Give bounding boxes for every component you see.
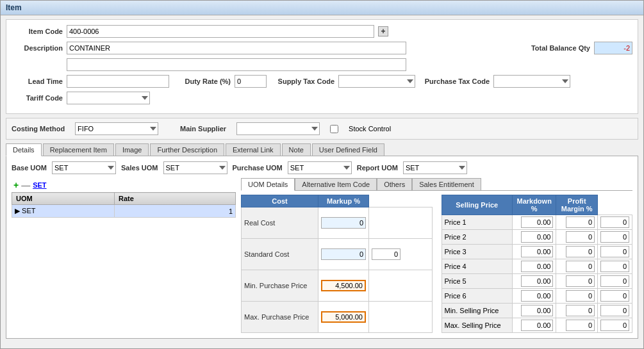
inner-tab-uom-details[interactable]: UOM Details <box>241 178 295 191</box>
plus-icon[interactable]: + <box>13 180 19 190</box>
profit-cell <box>598 230 632 245</box>
expand-icon[interactable]: ▶ <box>15 207 20 215</box>
markdown-input[interactable] <box>566 275 595 287</box>
tariff-code-row: Tariff Code <box>12 92 632 104</box>
cost-row-label: Min. Purchase Price <box>242 270 318 302</box>
profit-input[interactable] <box>600 320 629 331</box>
profit-input[interactable] <box>600 246 629 257</box>
tab-further-description[interactable]: Further Description <box>150 143 224 156</box>
item-code-input[interactable] <box>67 25 374 38</box>
uom-table-row[interactable]: ▶ SET <box>12 205 236 218</box>
description-row: Description Total Balance Qty <box>12 42 632 54</box>
main-supplier-label: Main Supplier <box>169 125 226 133</box>
lead-time-input[interactable] <box>67 75 169 88</box>
price-value-cell <box>512 318 556 333</box>
price-input[interactable] <box>521 290 553 302</box>
profit-margin-header: Profit Margin % <box>556 195 598 215</box>
price-input[interactable] <box>521 305 553 316</box>
markdown-cell <box>556 230 598 245</box>
profit-input[interactable] <box>600 290 629 302</box>
markdown-input[interactable] <box>566 231 595 243</box>
price-input[interactable] <box>521 275 553 287</box>
purchase-tax-code-label: Purchase Tax Code <box>419 77 490 85</box>
tab-note[interactable]: Note <box>282 143 311 156</box>
costing-method-select[interactable]: FIFO <box>75 122 158 135</box>
inner-tab-alternative-item-code[interactable]: Alternative Item Code <box>295 178 377 190</box>
tab-user-defined-field[interactable]: User Defined Field <box>312 143 384 156</box>
cost-row-label: Standard Cost <box>242 239 318 270</box>
profit-input[interactable] <box>600 231 629 243</box>
sales-uom-select[interactable]: SET <box>163 161 227 174</box>
rate-col-header: Rate <box>114 193 235 205</box>
price-table-row: Price 4 <box>442 259 632 274</box>
cost-price-grid: Cost Markup % Real Cost Standard Cost <box>241 195 632 333</box>
stock-control-checkbox[interactable] <box>330 125 338 133</box>
purchase-tax-code-select[interactable] <box>493 75 570 88</box>
profit-input[interactable] <box>600 216 629 228</box>
markup-cell <box>369 239 433 270</box>
profit-cell <box>598 304 632 318</box>
price-input[interactable] <box>521 261 553 272</box>
tab-details[interactable]: Details <box>6 143 42 156</box>
duty-rate-label: Duty Rate (%) <box>173 77 231 85</box>
markdown-input[interactable] <box>566 290 595 302</box>
profit-input[interactable] <box>600 275 629 287</box>
lead-time-label: Lead Time <box>12 77 63 85</box>
price-table-row: Min. Selling Price <box>442 304 632 318</box>
price-row-label: Price 2 <box>442 230 512 245</box>
price-input[interactable] <box>521 231 553 243</box>
markdown-input[interactable] <box>566 305 595 316</box>
price-table: Selling Price Markdown % Profit Margin %… <box>442 195 633 333</box>
markup-input[interactable] <box>372 248 400 260</box>
total-balance-qty-input[interactable] <box>594 42 632 54</box>
main-tabs: Details Replacement Item Image Further D… <box>6 143 638 156</box>
price-row-label: Max. Selling Price <box>442 318 512 333</box>
extra-description-input[interactable] <box>67 58 406 71</box>
price-row-label: Price 5 <box>442 274 512 289</box>
profit-cell <box>598 289 632 304</box>
inner-tab-sales-entitlement[interactable]: Sales Entitlement <box>412 178 481 190</box>
duty-rate-input[interactable] <box>235 75 267 88</box>
tariff-code-select[interactable] <box>67 92 150 104</box>
cost-value-input[interactable] <box>321 248 366 260</box>
description-input[interactable] <box>67 42 406 54</box>
item-form-section: Item Code + Description Total Balance Qt… <box>6 19 638 114</box>
price-row-label: Price 6 <box>442 289 512 304</box>
minus-icon[interactable]: — <box>21 180 30 190</box>
markdown-cell <box>556 215 598 230</box>
rate-input[interactable] <box>207 207 233 215</box>
markdown-input[interactable] <box>566 320 595 331</box>
price-value-cell <box>512 274 556 289</box>
markdown-cell <box>556 245 598 259</box>
tab-external-link[interactable]: External Link <box>226 143 281 156</box>
price-input[interactable] <box>521 216 553 228</box>
tab-replacement-item[interactable]: Replacement Item <box>43 143 114 156</box>
price-input[interactable] <box>521 320 553 331</box>
markdown-input[interactable] <box>566 246 595 257</box>
profit-cell <box>598 274 632 289</box>
markdown-input[interactable] <box>566 261 595 272</box>
cost-row-label: Real Cost <box>242 207 318 239</box>
price-table-row: Price 6 <box>442 289 632 304</box>
cost-value-input[interactable] <box>321 311 366 323</box>
markdown-input[interactable] <box>566 216 595 228</box>
profit-input[interactable] <box>600 305 629 316</box>
purchase-uom-select[interactable]: SET <box>288 161 352 174</box>
item-code-add-button[interactable]: + <box>378 26 388 37</box>
inner-tab-others[interactable]: Others <box>377 178 412 190</box>
markup-header: Markup % <box>318 195 369 207</box>
report-uom-select[interactable]: SET <box>403 161 467 174</box>
uom-tree-title[interactable]: SET <box>33 181 46 189</box>
uom-table: UOM Rate ▶ SET <box>12 192 236 218</box>
base-uom-select[interactable]: SET <box>52 161 116 174</box>
tab-image[interactable]: Image <box>115 143 149 156</box>
markdown-cell <box>556 259 598 274</box>
profit-input[interactable] <box>600 261 629 272</box>
supply-tax-code-select[interactable] <box>338 75 415 88</box>
profit-cell <box>598 259 632 274</box>
price-input[interactable] <box>521 246 553 257</box>
main-supplier-select[interactable] <box>236 122 320 135</box>
cost-table-row: Max. Purchase Price <box>242 302 433 333</box>
cost-value-input[interactable] <box>321 280 366 291</box>
cost-value-input[interactable] <box>321 217 366 229</box>
